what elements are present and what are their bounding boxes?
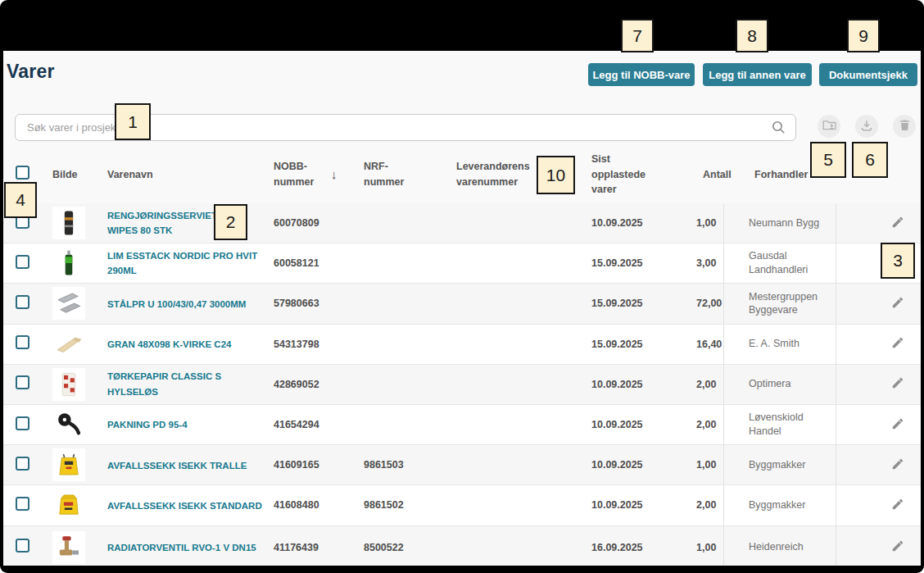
product-image-glue — [52, 247, 85, 280]
sort-descending-icon[interactable]: ↓ — [331, 166, 337, 184]
row-checkbox[interactable] — [16, 255, 29, 269]
nobb-number: 41654294 — [267, 419, 358, 430]
product-image-radiator-valve — [52, 531, 85, 564]
column-header-nrf-nummer: NRF-nummer — [358, 159, 451, 190]
document-check-button[interactable]: Dokumentsjekk — [819, 63, 917, 86]
product-image-gasket — [52, 408, 85, 441]
upload-date: 10.09.2025 — [583, 419, 692, 430]
annotation-marker-2: 2 — [214, 204, 247, 240]
annotation-marker-6: 6 — [852, 142, 888, 178]
retailer-cell: Heidenreich — [723, 526, 836, 566]
edit-row-button[interactable] — [890, 214, 906, 233]
edit-row-button[interactable] — [890, 496, 906, 515]
pencil-icon — [891, 336, 904, 352]
nobb-number: 42869052 — [267, 379, 358, 390]
column-header-antall: Antall — [692, 167, 723, 183]
retailer-cell: E. A. Smith — [723, 325, 836, 364]
annotation-marker-8: 8 — [736, 19, 768, 52]
delete-button[interactable] — [893, 115, 916, 138]
upload-date: 10.09.2025 — [583, 499, 692, 511]
row-checkbox[interactable] — [16, 416, 29, 430]
screenshot-frame: Varer Legg til NOBB-vare Legg til annen … — [0, 0, 924, 573]
pencil-icon — [891, 296, 904, 312]
upload-date: 15.09.2025 — [583, 298, 692, 309]
row-checkbox[interactable] — [16, 375, 29, 389]
quantity: 2,00 — [692, 419, 723, 430]
add-other-product-button[interactable]: Legg til annen vare — [703, 63, 812, 86]
move-to-folder-button[interactable] — [818, 115, 840, 138]
download-button[interactable] — [855, 115, 878, 138]
nobb-number: 41176439 — [267, 542, 358, 553]
product-image-waste-bag-trolley — [52, 448, 85, 481]
product-link[interactable]: PAKNING PD 95-4 — [107, 417, 188, 432]
edit-row-button[interactable] — [890, 334, 906, 353]
row-checkbox[interactable] — [16, 497, 29, 511]
folder-download-icon — [822, 119, 836, 134]
product-link[interactable]: RADIATORVENTIL RVO-1 V DN15 — [107, 540, 256, 555]
product-link[interactable]: TØRKEPAPIR CLASSIC S HYLSELØS — [107, 369, 265, 399]
retailer-cell: Byggmakker — [723, 445, 836, 484]
quantity: 1,00 — [692, 542, 723, 553]
quantity: 3,00 — [692, 257, 723, 269]
product-image-wipes — [52, 207, 85, 239]
quantity: 2,00 — [692, 379, 723, 390]
download-icon — [860, 119, 873, 134]
nobb-number: 54313798 — [267, 339, 358, 350]
annotation-marker-1: 1 — [115, 103, 151, 140]
table-row: PAKNING PD 95-4 41654294 10.09.2025 2,00… — [3, 405, 921, 445]
row-checkbox[interactable] — [16, 457, 29, 471]
product-link[interactable]: AVFALLSSEKK ISEKK STANDARD — [107, 498, 262, 513]
column-header-bilde: Bilde — [46, 167, 102, 183]
product-image-paper-roll — [52, 368, 85, 401]
pencil-icon — [891, 376, 904, 392]
edit-row-button[interactable] — [890, 375, 906, 393]
quantity: 16,40 — [692, 339, 723, 350]
product-link[interactable]: GRAN 48X098 K-VIRKE C24 — [107, 337, 231, 352]
row-checkbox[interactable] — [16, 539, 29, 553]
nrf-number: 9861503 — [358, 459, 451, 471]
product-link[interactable]: STÅLPR U 100/43/0,47 3000MM — [107, 297, 246, 312]
product-link[interactable]: AVFALLSSEKK ISEKK TRALLE — [107, 458, 247, 473]
row-checkbox[interactable] — [16, 335, 29, 349]
product-link[interactable]: LIM ESSTACK NORDIC PRO HVIT 290ML — [107, 248, 265, 279]
retailer-cell: Byggmakker — [723, 485, 836, 525]
trash-icon — [899, 119, 911, 134]
retailer-cell: Mestergruppen Byggevare — [723, 284, 836, 323]
upload-date: 10.09.2025 — [583, 217, 692, 229]
quantity: 72,00 — [692, 298, 723, 309]
table-row: RENGJØRINGSSERVIETTER WIPES 80 STK 60070… — [3, 203, 921, 243]
table-row: AVFALLSSEKK ISEKK STANDARD 41608480 9861… — [3, 485, 921, 525]
nrf-number: 8500522 — [358, 542, 451, 553]
product-image-steel-profile — [52, 287, 85, 320]
row-checkbox[interactable] — [16, 295, 29, 309]
add-nobb-product-button[interactable]: Legg til NOBB-vare — [588, 63, 695, 86]
upload-date: 10.09.2025 — [583, 379, 692, 390]
retailer-cell: Optimera — [723, 365, 836, 404]
table-row: RADIATORVENTIL RVO-1 V DN15 41176439 850… — [3, 526, 921, 566]
upload-date: 15.09.2025 — [583, 339, 692, 350]
edit-row-button[interactable] — [890, 456, 906, 475]
table-row: GRAN 48X098 K-VIRKE C24 54313798 15.09.2… — [3, 325, 921, 365]
table-row: AVFALLSSEKK ISEKK TRALLE 41609165 986150… — [3, 445, 921, 485]
table-row: STÅLPR U 100/43/0,47 3000MM 57980663 15.… — [3, 284, 921, 324]
column-header-nobb-nummer[interactable]: NOBB-nummer ↓ — [267, 159, 358, 190]
table-row: LIM ESSTACK NORDIC PRO HVIT 290ML 600581… — [3, 243, 921, 284]
edit-row-button[interactable] — [890, 538, 906, 557]
nobb-number: 41609165 — [267, 459, 358, 471]
edit-row-button[interactable] — [890, 416, 906, 434]
pencil-icon — [891, 457, 904, 473]
pencil-icon — [891, 498, 904, 513]
edit-row-button[interactable] — [890, 294, 906, 313]
annotation-marker-10: 10 — [537, 156, 575, 194]
upload-date: 16.09.2025 — [583, 542, 692, 553]
retailer-cell: Løvenskiold Handel — [723, 405, 836, 444]
table-header-row: Bilde Varenavn NOBB-nummer ↓ NRF-nummer … — [3, 146, 921, 204]
select-all-checkbox[interactable] — [16, 166, 29, 180]
nobb-number: 41608480 — [267, 499, 358, 511]
annotation-marker-7: 7 — [621, 19, 654, 52]
pencil-icon — [891, 417, 904, 433]
product-image-timber — [52, 328, 85, 361]
quantity: 1,00 — [692, 459, 723, 471]
upload-date: 10.09.2025 — [583, 459, 692, 471]
nobb-number: 60070809 — [267, 217, 358, 229]
